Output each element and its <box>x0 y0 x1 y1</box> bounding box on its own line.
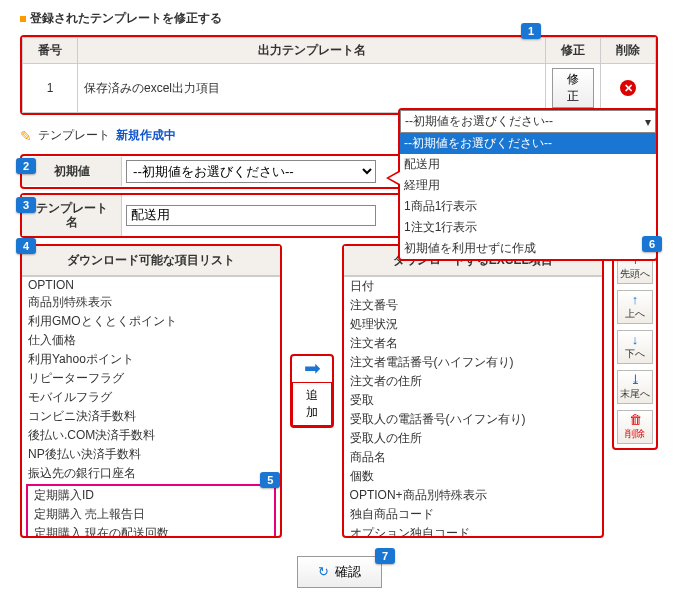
bullet-icon <box>20 16 26 22</box>
arrow-bottom-icon: ⤓ <box>630 373 641 386</box>
template-table-box: 1 番号 出力テンプレート名 修正 削除 1 保存済みのexcel出力項目 修正… <box>20 35 658 115</box>
callout-1: 1 <box>521 23 541 39</box>
list-item[interactable]: オプション独自コード <box>344 524 602 536</box>
callout-5: 5 <box>260 472 280 488</box>
move-up-label: 上へ <box>625 307 645 321</box>
list-item[interactable]: 受取人の住所 <box>344 429 602 448</box>
list-item[interactable]: モバイルフラグ <box>22 388 280 407</box>
move-down-button[interactable]: ↓下へ <box>617 330 653 364</box>
list-item[interactable]: 独自商品コード <box>344 505 602 524</box>
lists-area: 4 ダウンロード可能な項目リスト OPTION商品別特殊表示利用GMOとくとくポ… <box>20 244 658 538</box>
th-name: 出力テンプレート名 <box>78 38 546 64</box>
remove-label: 削除 <box>625 427 645 441</box>
arrow-up-icon: ↑ <box>632 293 639 306</box>
add-button-box: ➡ 追加 <box>290 354 333 428</box>
available-list-panel: 4 ダウンロード可能な項目リスト OPTION商品別特殊表示利用GMOとくとくポ… <box>20 244 282 538</box>
callout-7: 7 <box>375 548 395 564</box>
list-item[interactable]: 受取人の電話番号(ハイフン有り) <box>344 410 602 429</box>
list-item[interactable]: OPTION <box>22 277 280 293</box>
list-item[interactable]: 後払い.COM決済手数料 <box>22 426 280 445</box>
pencil-icon: ✎ <box>20 128 32 144</box>
list-item[interactable]: 注文者名 <box>344 334 602 353</box>
dropdown-popup: --初期値をお選びください-- ▾ --初期値をお選びください-- 配送用 経理… <box>398 108 658 261</box>
template-name-label: テンプレート名 <box>22 195 122 236</box>
list-item[interactable]: OPTION+商品別特殊表示 <box>344 486 602 505</box>
callout-6: 6 <box>642 236 662 252</box>
dropdown-option[interactable]: 配送用 <box>400 154 656 175</box>
list-item[interactable]: 注文番号 <box>344 296 602 315</box>
list-item[interactable]: 利用GMOとくとくポイント <box>22 312 280 331</box>
confirm-button[interactable]: ↻ 確認 <box>297 556 382 588</box>
list-item[interactable]: 商品別特殊表示 <box>22 293 280 312</box>
th-del: 削除 <box>601 38 656 64</box>
move-top-label: 先頭へ <box>620 267 650 281</box>
list-item[interactable]: 定期購入ID <box>28 486 274 505</box>
selected-list[interactable]: 日付注文番号処理状況注文者名注文者電話番号(ハイフン有り)注文者の住所受取受取人… <box>344 276 602 536</box>
list-item[interactable]: 注文者電話番号(ハイフン有り) <box>344 353 602 372</box>
callout-4: 4 <box>16 238 36 254</box>
list-item[interactable]: 注文者の住所 <box>344 372 602 391</box>
list-item[interactable]: 利用Yahooポイント <box>22 350 280 369</box>
list-item[interactable]: 定期購入 現在の配送回数 <box>28 524 274 536</box>
arrow-down-icon: ↓ <box>632 333 639 346</box>
callout-2: 2 <box>16 158 36 174</box>
arrow-right-icon: ➡ <box>292 356 331 380</box>
list-item[interactable]: コンビニ決済手数料 <box>22 407 280 426</box>
highlighted-group: 5定期購入ID定期購入 売上報告日定期購入 現在の配送回数定期購入 全配送回数 <box>26 484 276 536</box>
move-down-label: 下へ <box>625 347 645 361</box>
new-template-link[interactable]: 新規作成中 <box>116 127 176 144</box>
template-table: 番号 出力テンプレート名 修正 削除 1 保存済みのexcel出力項目 修正 ✕ <box>22 37 656 113</box>
list-item[interactable]: 商品名 <box>344 448 602 467</box>
list-item[interactable]: 個数 <box>344 467 602 486</box>
list-item[interactable]: 振込先の銀行口座名 <box>22 464 280 483</box>
section1-title: 登録されたテンプレートを修正する <box>30 10 222 27</box>
remove-button[interactable]: 🗑削除 <box>617 410 653 444</box>
th-no: 番号 <box>23 38 78 64</box>
selected-list-panel: ダウンロードするEXCEL項目 日付注文番号処理状況注文者名注文者電話番号(ハイ… <box>342 244 604 538</box>
delete-icon[interactable]: ✕ <box>620 80 636 96</box>
side-controls: 6 ⤒先頭へ ↑上へ ↓下へ ⤓末尾へ 🗑削除 <box>612 244 658 450</box>
table-row: 1 保存済みのexcel出力項目 修正 ✕ <box>23 64 656 113</box>
move-up-button[interactable]: ↑上へ <box>617 290 653 324</box>
dropdown-option[interactable]: --初期値をお選びください-- <box>400 133 656 154</box>
dropdown-selected-text: --初期値をお選びください-- <box>405 113 553 130</box>
available-list[interactable]: OPTION商品別特殊表示利用GMOとくとくポイント仕入価格利用Yahooポイン… <box>22 276 280 536</box>
list-item[interactable]: 定期購入 売上報告日 <box>28 505 274 524</box>
initial-value-select[interactable]: --初期値をお選びください-- <box>126 160 376 183</box>
list-item[interactable]: 処理状況 <box>344 315 602 334</box>
refresh-icon: ↻ <box>318 564 329 579</box>
move-bottom-button[interactable]: ⤓末尾へ <box>617 370 653 404</box>
cell-name: 保存済みのexcel出力項目 <box>78 64 546 113</box>
dropdown-option[interactable]: 経理用 <box>400 175 656 196</box>
edit-button[interactable]: 修正 <box>552 68 594 108</box>
callout-3: 3 <box>16 197 36 213</box>
chevron-down-icon: ▾ <box>645 115 651 129</box>
add-button[interactable]: 追加 <box>292 382 331 426</box>
dropdown-list: --初期値をお選びください-- 配送用 経理用 1商品1行表示 1注文1行表示 … <box>400 133 656 259</box>
trash-icon: 🗑 <box>629 413 642 426</box>
add-column: ➡ 追加 <box>290 354 333 428</box>
list-item[interactable]: 日付 <box>344 277 602 296</box>
dropdown-option[interactable]: 1商品1行表示 <box>400 196 656 217</box>
list-item[interactable]: 受取 <box>344 391 602 410</box>
confirm-label: 確認 <box>335 563 361 581</box>
dropdown-option[interactable]: 1注文1行表示 <box>400 217 656 238</box>
available-header: ダウンロード可能な項目リスト <box>22 246 280 276</box>
move-bottom-label: 末尾へ <box>620 387 650 401</box>
initial-value-label: 初期値 <box>22 157 122 186</box>
list-item[interactable]: NP後払い決済手数料 <box>22 445 280 464</box>
confirm-area: ↻ 確認 7 <box>20 556 658 588</box>
th-edit: 修正 <box>546 38 601 64</box>
section2-prefix: テンプレート <box>38 127 110 144</box>
section1-header: 登録されたテンプレートを修正する <box>20 10 658 27</box>
cell-no: 1 <box>23 64 78 113</box>
speech-pointer-icon <box>386 170 400 186</box>
template-name-input[interactable] <box>126 205 376 226</box>
dropdown-option[interactable]: 初期値を利用せずに作成 <box>400 238 656 259</box>
dropdown-selected[interactable]: --初期値をお選びください-- ▾ <box>400 110 656 133</box>
list-item[interactable]: 仕入価格 <box>22 331 280 350</box>
list-item[interactable]: リピーターフラグ <box>22 369 280 388</box>
